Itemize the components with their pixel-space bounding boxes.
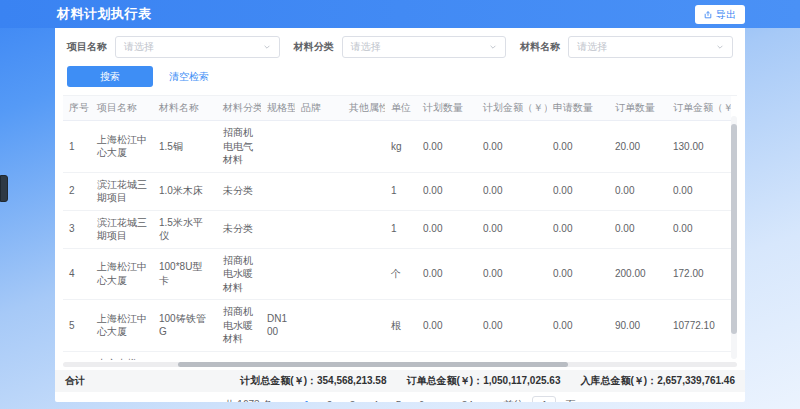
chevron-down-icon xyxy=(263,43,271,51)
goto-suffix: 页 xyxy=(565,398,575,402)
table-cell: 0.00 xyxy=(609,172,667,210)
table-cell: 0.00 xyxy=(417,121,477,173)
table-row: 1上海松江中心大厦1.5铜招商机电电气材料kg0.000.000.0020.00… xyxy=(63,121,731,173)
table-cell: 根 xyxy=(385,300,417,352)
table-cell: 100*8U型卡 xyxy=(153,248,217,300)
summary-totals: 计划总金额(￥)：354,568,213.58 订单总金额(￥)：1,050,1… xyxy=(240,374,735,388)
table-cell: 网线 xyxy=(217,351,261,360)
table-cell xyxy=(295,248,343,300)
table-cell: 0.00 xyxy=(667,172,731,210)
table-cell: 0.00 xyxy=(609,210,667,248)
table-cell: 0.00 xyxy=(417,248,477,300)
content-card: 项目名称 请选择 材料分类 请选择 材料名称 请选择 搜索 清空检索 xyxy=(55,28,745,402)
export-button-label: 导出 xyxy=(716,8,736,22)
chevron-down-icon xyxy=(716,43,724,51)
table-cell: 0.00 xyxy=(477,210,547,248)
table-cell: 上海松江中心大厦 xyxy=(91,121,153,173)
table-cell: 滨江花城三期项目 xyxy=(91,172,153,210)
material-select[interactable]: 请选择 xyxy=(568,36,733,58)
column-header: 申请数量 xyxy=(547,96,609,121)
horizontal-scrollbar[interactable] xyxy=(63,362,737,367)
page-button-4[interactable]: 4 xyxy=(367,400,383,403)
table-cell xyxy=(261,121,295,173)
search-button[interactable]: 搜索 xyxy=(67,66,153,87)
side-drawer-handle[interactable] xyxy=(0,175,8,202)
page-button-84[interactable]: 84 xyxy=(459,400,475,403)
vertical-scrollbar-thumb[interactable] xyxy=(731,124,737,334)
table-cell: 上海松江中心大厦 xyxy=(91,300,153,352)
order-total: 订单总金额(￥)：1,050,117,025.63 xyxy=(406,374,560,388)
column-header: 订单数量 xyxy=(609,96,667,121)
summary-row: 合计 计划总金额(￥)：354,568,213.58 订单总金额(￥)：1,05… xyxy=(55,370,745,392)
action-bar: 搜索 清空检索 xyxy=(55,64,745,95)
next-page-button[interactable]: › xyxy=(482,399,490,402)
table-cell: 111 xyxy=(153,351,217,360)
table-cell: 0.00 xyxy=(477,121,547,173)
table-cell: 太空电梯-月球项目 xyxy=(91,351,153,360)
table-cell: 滨江花城三期项目 xyxy=(91,210,153,248)
project-select[interactable]: 请选择 xyxy=(115,36,280,58)
export-button[interactable]: 导出 xyxy=(695,5,745,24)
table-cell: DN100 xyxy=(261,300,295,352)
table-cell: kg xyxy=(385,121,417,173)
table-cell: 200.00 xyxy=(609,248,667,300)
prev-page-button[interactable]: ‹ xyxy=(283,399,291,402)
page-button-1[interactable]: 1 xyxy=(298,400,314,403)
table-cell xyxy=(295,210,343,248)
table-cell xyxy=(343,300,385,352)
column-header: 单位 xyxy=(385,96,417,121)
category-select[interactable]: 请选择 xyxy=(342,36,507,58)
table-cell: 2 xyxy=(63,172,91,210)
table-row: 6太空电梯-月球项目111网线11110.000.0022.0022.00118… xyxy=(63,351,731,360)
material-table: 序号项目名称材料名称材料分类规格型号品牌其他属性单位计划数量计划金额（￥）申请数… xyxy=(63,95,737,360)
page-button-6[interactable]: 6 xyxy=(413,400,429,403)
column-header: 其他属性 xyxy=(343,96,385,121)
table-cell: 6 xyxy=(63,351,91,360)
material-select-placeholder: 请选择 xyxy=(577,40,607,54)
table-cell: 0.00 xyxy=(477,172,547,210)
column-header: 项目名称 xyxy=(91,96,153,121)
horizontal-scrollbar-thumb[interactable] xyxy=(178,362,569,367)
table-cell xyxy=(295,121,343,173)
table-cell: 0.00 xyxy=(547,248,609,300)
table-cell: 1188.00 xyxy=(667,351,731,360)
table-cell: 22.00 xyxy=(609,351,667,360)
table-cell: 0.00 xyxy=(477,351,547,360)
table-cell: 招商机电电气材料 xyxy=(217,121,261,173)
table-cell: 0.00 xyxy=(417,210,477,248)
filter-group-category: 材料分类 请选择 xyxy=(294,36,507,58)
table-cell xyxy=(343,351,385,360)
column-header: 材料名称 xyxy=(153,96,217,121)
column-header: 规格型号 xyxy=(261,96,295,121)
page-title: 材料计划执行表 xyxy=(57,5,152,23)
table-cell xyxy=(261,210,295,248)
table-cell xyxy=(295,300,343,352)
page-button-2[interactable]: 2 xyxy=(321,400,337,403)
page-button-3[interactable]: 3 xyxy=(344,400,360,403)
table-body: 1上海松江中心大厦1.5铜招商机电电气材料kg0.000.000.0020.00… xyxy=(63,121,731,361)
table-cell: 1.5米水平仪 xyxy=(153,210,217,248)
chevron-down-icon xyxy=(489,43,497,51)
table-cell: 5 xyxy=(63,300,91,352)
column-header: 订单金额（￥） xyxy=(667,96,731,121)
page-header: 材料计划执行表 导出 xyxy=(0,0,800,28)
page-button-5[interactable]: 5 xyxy=(390,400,406,403)
table-cell: 0.00 xyxy=(417,300,477,352)
table-cell xyxy=(295,351,343,360)
column-header: 序号 xyxy=(63,96,91,121)
table-cell xyxy=(343,121,385,173)
material-filter-label: 材料名称 xyxy=(520,40,560,54)
clear-search-link[interactable]: 清空检索 xyxy=(169,70,209,84)
table-cell: 4 xyxy=(63,248,91,300)
table-cell: 未分类 xyxy=(217,210,261,248)
vertical-scrollbar[interactable] xyxy=(731,116,737,359)
column-header: 计划金额（￥） xyxy=(477,96,547,121)
pagination: 共 1673 条 ‹ 123456···84 › 前往 页 xyxy=(55,392,745,402)
page-ellipsis[interactable]: ··· xyxy=(436,400,452,403)
table-cell: 0.00 xyxy=(417,351,477,360)
pagination-total: 共 1673 条 xyxy=(225,398,273,402)
table-cell: 0.00 xyxy=(477,300,547,352)
table-cell: 10772.10 xyxy=(667,300,731,352)
table-cell: 个 xyxy=(385,248,417,300)
goto-page-input[interactable] xyxy=(532,396,556,402)
